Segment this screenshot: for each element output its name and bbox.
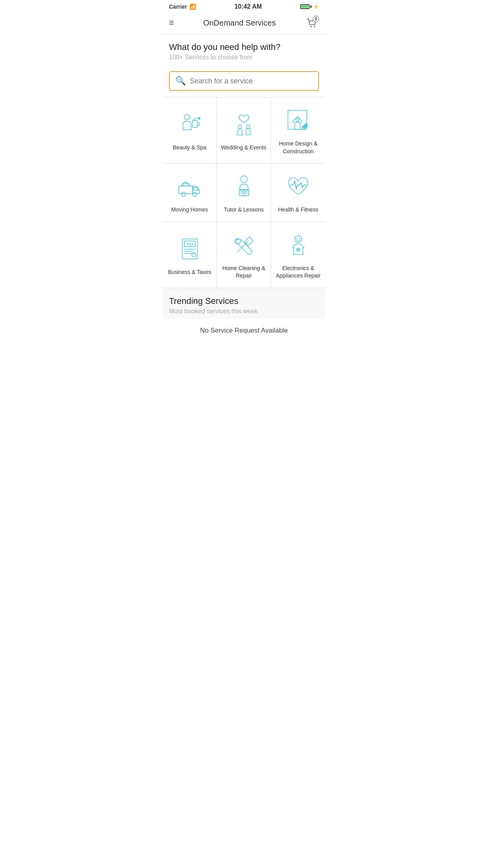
beauty-spa-icon (176, 111, 204, 138)
app-header: ≡ OnDemand Services 0 (163, 12, 325, 34)
no-service-message: No Service Request Available (163, 319, 325, 342)
service-item-moving-homes[interactable]: Moving Homes (163, 164, 217, 222)
svg-rect-8 (295, 122, 300, 129)
svg-point-32 (296, 238, 297, 239)
tutor-lessons-icon (230, 173, 258, 200)
hero-title: What do you need help with? (169, 42, 319, 52)
service-item-wedding-events[interactable]: Wedding & Events (217, 97, 271, 164)
svg-point-11 (182, 192, 186, 197)
service-item-health-fitness[interactable]: Health & Fitness (271, 164, 325, 222)
status-time: 10:42 AM (235, 3, 262, 10)
battery-icon (300, 4, 312, 9)
electronics-icon (284, 232, 312, 259)
health-fitness-icon (284, 173, 312, 200)
status-battery: ⚡ (300, 4, 319, 9)
status-bar: Carrier 📶 10:42 AM ⚡ (163, 0, 325, 12)
status-carrier: Carrier 📶 (169, 4, 196, 10)
svg-point-1 (314, 26, 315, 27)
service-label-wedding-events: Wedding & Events (221, 144, 266, 152)
service-label-moving-homes: Moving Homes (171, 206, 208, 214)
search-input[interactable] (190, 77, 313, 85)
svg-rect-9 (296, 119, 299, 121)
svg-line-28 (237, 241, 248, 252)
svg-point-35 (297, 249, 299, 250)
svg-point-33 (299, 238, 300, 239)
svg-text:TAX: TAX (186, 241, 194, 246)
search-bar[interactable]: 🔍 (169, 71, 319, 91)
moving-homes-icon (176, 173, 204, 200)
menu-button[interactable]: ≡ (169, 18, 174, 28)
cart-button[interactable]: 0 (305, 16, 319, 30)
svg-point-0 (310, 26, 312, 27)
svg-rect-3 (193, 120, 197, 127)
service-item-home-design[interactable]: Home Design & Construction (271, 97, 325, 164)
svg-point-31 (295, 235, 302, 243)
svg-point-14 (240, 176, 248, 183)
svg-rect-10 (179, 186, 193, 193)
trending-title: Trending Services (169, 296, 319, 306)
service-label-health-fitness: Health & Fitness (278, 206, 319, 214)
wedding-events-icon (230, 111, 258, 138)
svg-point-4 (238, 125, 242, 129)
wifi-icon: 📶 (189, 4, 196, 10)
search-icon: 🔍 (175, 76, 186, 86)
service-label-home-design: Home Design & Construction (275, 140, 321, 155)
service-item-home-cleaning[interactable]: Home Cleaning & Repair (217, 222, 271, 288)
svg-point-2 (184, 114, 190, 120)
service-item-electronics[interactable]: Electronics & Appliances Repair (271, 222, 325, 288)
service-label-home-cleaning: Home Cleaning & Repair (221, 265, 267, 280)
home-design-icon (284, 107, 312, 134)
service-item-tutor-lessons[interactable]: Tutor & Lessons (217, 164, 271, 222)
service-item-business-taxes[interactable]: TAX Business & Taxes (163, 222, 217, 288)
svg-point-5 (246, 125, 250, 129)
business-taxes-icon: TAX (176, 235, 204, 263)
service-label-beauty-spa: Beauty & Spa (173, 144, 207, 152)
bolt-icon: ⚡ (313, 4, 319, 9)
cart-count: 0 (313, 16, 319, 22)
svg-point-12 (193, 192, 197, 197)
services-grid: Beauty & Spa Wedding & Events (163, 97, 325, 288)
hero-subtitle: 100+ Services to choose from (169, 54, 319, 61)
svg-rect-6 (246, 129, 250, 135)
hero-section: What do you need help with? 100+ Service… (163, 34, 325, 71)
trending-section: Trending Services Most booked services t… (163, 288, 325, 319)
service-label-electronics: Electronics & Appliances Repair (275, 265, 321, 280)
carrier-text: Carrier (169, 4, 187, 10)
app-title: OnDemand Services (203, 18, 276, 28)
trending-subtitle: Most booked services this week (169, 308, 319, 315)
home-cleaning-icon (230, 232, 258, 259)
service-label-tutor-lessons: Tutor & Lessons (224, 206, 264, 214)
service-item-beauty-spa[interactable]: Beauty & Spa (163, 97, 217, 164)
service-label-business-taxes: Business & Taxes (168, 268, 211, 276)
